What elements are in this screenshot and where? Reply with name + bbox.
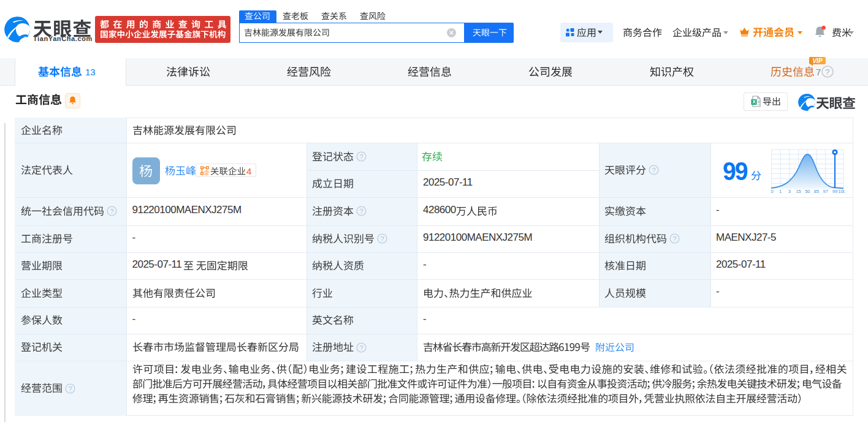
svg-text:99: 99 [832,189,837,194]
svg-text:VIP: VIP [812,58,822,64]
svg-text:?: ? [652,167,655,174]
svg-text:?: ? [826,68,830,77]
svg-text:85: 85 [814,189,819,194]
svg-text:3: 3 [788,189,791,194]
svg-text:X: X [752,99,756,105]
svg-text:?: ? [359,344,363,351]
svg-text:0: 0 [771,189,774,194]
svg-text:?: ? [68,385,72,392]
svg-text:?: ? [359,153,363,160]
svg-text:50: 50 [805,189,810,194]
svg-text:?: ? [672,235,676,243]
svg-text:?: ? [110,208,113,215]
svg-text:97: 97 [823,189,828,194]
svg-text:?: ? [359,208,363,215]
svg-text:1: 1 [779,189,782,194]
svg-text:15: 15 [796,189,801,194]
svg-text:?: ? [380,235,384,243]
svg-text:100: 100 [838,189,845,194]
